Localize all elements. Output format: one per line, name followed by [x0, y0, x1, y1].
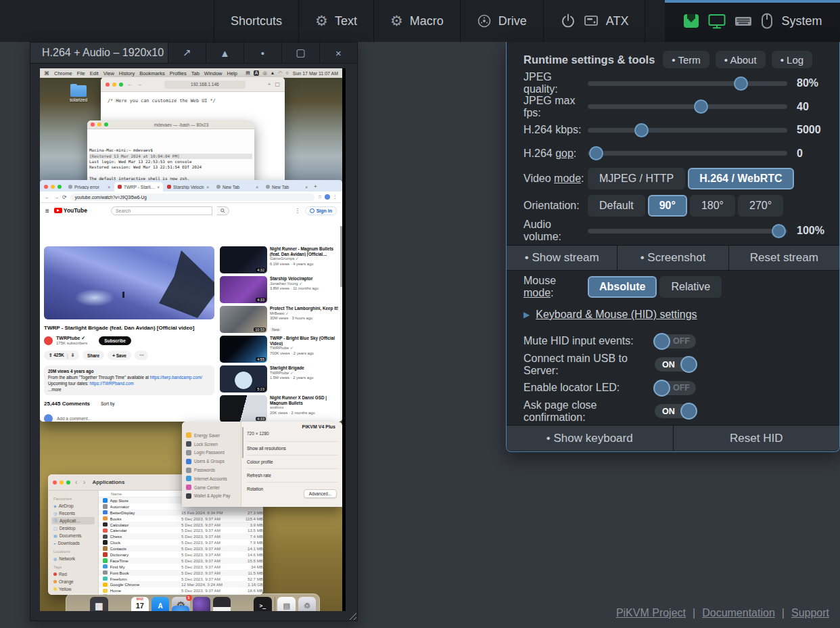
- finder-tag-item: Orange: [51, 578, 95, 585]
- dock-icon: [172, 606, 189, 612]
- original-size-button[interactable]: •: [243, 43, 281, 63]
- orientation-270-button[interactable]: 270°: [738, 195, 783, 217]
- video-duration: 4:32: [256, 268, 266, 272]
- toggle-switch[interactable]: OFF: [655, 381, 696, 395]
- stream-window-header[interactable]: H.264 + Audio – 1920x10 ↗ ▲ • ▢ ×: [30, 43, 357, 64]
- browser-tab: Privacy error ×: [65, 182, 114, 192]
- settings-window-title: PiKVM V4 Plus: [302, 424, 335, 429]
- toggle-switch[interactable]: ON: [655, 404, 696, 418]
- mouse-relative-button[interactable]: Relative: [659, 276, 722, 298]
- terminal-button[interactable]: • Term: [663, 51, 709, 68]
- nav-shortcuts-label: Shortcuts: [231, 14, 282, 28]
- file-name: Freeform: [110, 577, 182, 581]
- toggle-switch[interactable]: OFF: [655, 334, 696, 349]
- tag-label: Orange: [59, 579, 74, 584]
- file-name: Automator: [110, 504, 182, 509]
- file-date: 5 Dec 2023, 9:37 AM: [181, 540, 238, 545]
- file-name: Chess: [110, 534, 182, 539]
- settings-item-label: Login Password: [194, 450, 225, 455]
- help-link[interactable]: mode: [523, 287, 551, 298]
- toggle-knob[interactable]: [680, 403, 697, 420]
- system-active-indicator: [665, 0, 840, 3]
- slider-thumb[interactable]: [634, 123, 649, 137]
- slider-track[interactable]: [588, 81, 787, 86]
- help-link[interactable]: gop: [555, 148, 574, 159]
- remote-video-stream[interactable]: ⌘ ChromeFileEditViewHistoryBookmarksProf…: [40, 68, 346, 611]
- audio-slider-thumb[interactable]: [772, 224, 786, 238]
- support-link[interactable]: Support: [791, 607, 829, 619]
- toggle-switch[interactable]: ON: [655, 357, 696, 372]
- pikvm-project-link[interactable]: PiKVM Project: [616, 607, 686, 619]
- nav-item-shortcuts[interactable]: Shortcuts: [214, 0, 299, 42]
- window-resize-grip[interactable]: [348, 611, 356, 620]
- fullscreen-button[interactable]: ▢: [281, 43, 319, 63]
- slider-thumb[interactable]: [589, 146, 603, 160]
- toggle-knob[interactable]: [680, 356, 697, 373]
- slider-label: H.264 gop:: [523, 148, 588, 160]
- mode-mjpeg-button[interactable]: MJPEG / HTTP: [588, 168, 685, 189]
- settings-item-label: Passwords: [194, 468, 215, 472]
- description-link: https://twrp.bandcamp.com/: [150, 375, 202, 380]
- show-more-link: ...more: [48, 386, 210, 392]
- file-row: Books 5 Dec 2023, 9:37 AM 115.4 MB: [99, 516, 263, 522]
- documentation-link[interactable]: Documentation: [702, 607, 775, 619]
- slider-track[interactable]: [588, 151, 787, 156]
- power-icon[interactable]: [560, 13, 576, 29]
- raise-window-button[interactable]: ▲: [206, 43, 243, 63]
- settings-item-icon: [186, 476, 191, 481]
- related-video-title: Starlight Brigade: [270, 365, 339, 371]
- hid-settings-link[interactable]: ▶ Keyboard & Mouse (HID) settings: [523, 309, 697, 321]
- expand-window-button[interactable]: ↗: [168, 43, 206, 63]
- slider-track[interactable]: [588, 104, 787, 109]
- finder-title: Applications: [92, 479, 124, 485]
- app-icon: [103, 564, 108, 569]
- slider-thumb[interactable]: [734, 76, 748, 91]
- toggle-knob[interactable]: [653, 333, 670, 350]
- reset-stream-button[interactable]: Reset stream: [729, 246, 839, 270]
- finder-sidebar-item: ◒ Downloads: [51, 539, 95, 547]
- nav-macro-label: Macro: [410, 14, 444, 28]
- nav-item-atx[interactable]: ATX: [544, 0, 646, 42]
- footer-separator: |: [782, 607, 785, 619]
- related-video-views: 3.8M views · 11 months ago: [270, 286, 339, 292]
- show-keyboard-button[interactable]: • Show keyboard: [507, 426, 674, 451]
- profile-avatar: [325, 194, 330, 200]
- sign-in-button: Sign in: [305, 206, 337, 215]
- orientation-90-button[interactable]: 90°: [648, 195, 687, 217]
- orientation-default-button[interactable]: Default: [588, 195, 645, 217]
- nav-item-system[interactable]: System: [665, 0, 840, 42]
- nav-item-text[interactable]: ⚙ Text: [299, 0, 374, 42]
- finder-nav-arrows: ‹ ›: [75, 478, 87, 486]
- tag-color-dot: [53, 580, 57, 583]
- log-button[interactable]: • Log: [772, 51, 812, 68]
- slider-thumb[interactable]: [694, 99, 708, 114]
- settings-sidebar-item: Users & Groups: [186, 457, 237, 466]
- hid-settings-link-text: Keyboard & Mouse (HID) settings: [536, 309, 697, 321]
- search-icon: [217, 206, 229, 215]
- help-link[interactable]: mode: [554, 173, 581, 184]
- person-icon: [310, 208, 314, 213]
- video-duration: 4:33: [256, 417, 266, 421]
- about-button[interactable]: • About: [716, 51, 766, 68]
- mouse-absolute-button[interactable]: Absolute: [588, 276, 657, 298]
- settings-item-icon: [186, 441, 191, 447]
- show-stream-button[interactable]: • Show stream: [507, 246, 617, 270]
- terminal-line: Macina-Mac-mini:~ mdevaev$: [89, 148, 252, 153]
- nav-item-drive[interactable]: Drive: [461, 0, 544, 42]
- screenshot-button[interactable]: • Screenshot: [617, 246, 728, 270]
- toggle-knob[interactable]: [653, 380, 670, 397]
- bookmark-icon: ☆: [318, 194, 322, 200]
- chrome-addressbar: ← → ⟳ youtube.com/watch?v=J9Q3i5w6-Ug ☆ …: [40, 192, 342, 203]
- app-icon: [103, 546, 108, 551]
- video-art-glow: [74, 289, 115, 307]
- orientation-180-button[interactable]: 180°: [690, 195, 735, 217]
- audio-slider-track[interactable]: [588, 229, 787, 233]
- reset-hid-button[interactable]: Reset HID: [674, 426, 840, 451]
- nav-item-macro[interactable]: ⚙ Macro: [374, 0, 461, 42]
- tag-color-dot: [53, 573, 57, 576]
- video-duration: 10:53: [254, 328, 266, 332]
- video-art-ship: [118, 250, 214, 318]
- mode-h264-button[interactable]: H.264 / WebRTC: [688, 168, 793, 189]
- slider-track[interactable]: [588, 128, 787, 133]
- close-window-button[interactable]: ×: [319, 43, 357, 63]
